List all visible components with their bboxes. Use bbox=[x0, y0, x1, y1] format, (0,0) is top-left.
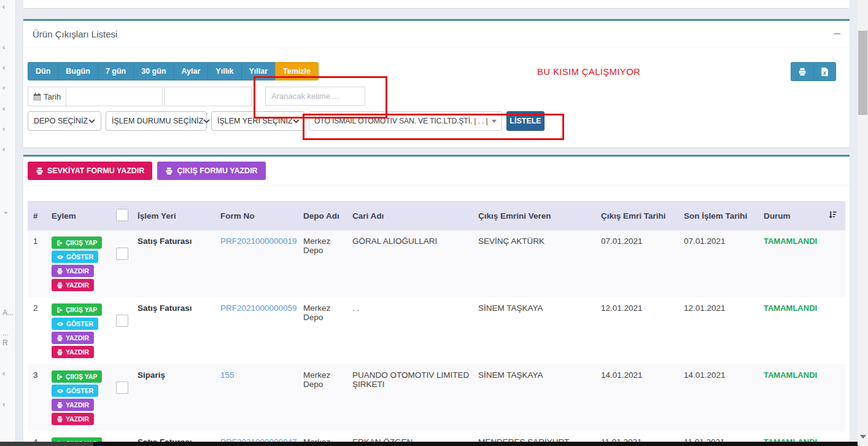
date-addon: Tarih bbox=[28, 87, 66, 106]
cikis-yap-button[interactable]: ÇIKIŞ YAP bbox=[52, 237, 102, 249]
sidebar-chevron-icon[interactable]: ‹ bbox=[2, 145, 5, 153]
sidebar-chevron-icon[interactable]: ‹ bbox=[2, 43, 5, 51]
sidebar-item-label[interactable]: A... bbox=[2, 309, 14, 317]
company-select-value: OTO ISMAIL OTOMOTIV SAN. VE TIC.LTD.ŞTİ.… bbox=[314, 117, 488, 125]
table-header-row: # Eylem İşlem Yeri Form No Depo Adı Cari… bbox=[28, 201, 845, 230]
button-label: ÇIKIŞ FORMU YAZDIR bbox=[177, 166, 257, 175]
date-range-7gun-button[interactable]: 7 gün bbox=[98, 62, 133, 80]
select-arrow-icon bbox=[492, 120, 497, 123]
date-start-input[interactable] bbox=[66, 87, 162, 106]
button-label: GÖSTER bbox=[66, 253, 93, 260]
sidebar-chevron-icon[interactable]: ‹ bbox=[2, 400, 5, 408]
sidebar-chevron-icon[interactable]: ‹ bbox=[2, 125, 5, 133]
print-button[interactable] bbox=[791, 62, 813, 81]
clear-filter-button[interactable]: Temizle bbox=[275, 62, 319, 80]
islem-yeri-select[interactable]: İŞLEM YERİ SEÇİNİZ bbox=[211, 111, 304, 131]
col-header-cikis-emri-tarihi: Çıkış Emri Tarihi bbox=[597, 201, 680, 230]
printer-icon bbox=[56, 349, 63, 356]
sidebar-chevron-icon[interactable]: ‹ bbox=[2, 369, 5, 377]
yazdir-button[interactable]: YAZDIR bbox=[52, 265, 94, 277]
sidebar-chevron-icon[interactable]: ‹ bbox=[2, 84, 5, 92]
son-islem-tarihi-cell: 14.01.2021 bbox=[680, 364, 760, 431]
sevkiyat-formu-yazdir-button[interactable]: SEVKİYAT FORMU YAZDIR bbox=[28, 162, 152, 180]
goster-button[interactable]: GÖSTER bbox=[52, 251, 98, 263]
select-all-checkbox[interactable] bbox=[116, 209, 128, 221]
date-range-dun-button[interactable]: Dün bbox=[28, 62, 58, 80]
row-number: 2 bbox=[28, 297, 48, 364]
chevron-down-icon bbox=[88, 119, 95, 123]
date-addon-label: Tarih bbox=[44, 92, 61, 101]
horizontal-scrollbar-track[interactable] bbox=[0, 442, 93, 446]
form-no-link[interactable]: PRF2021000000019 bbox=[220, 237, 297, 246]
button-label: ÇIKIŞ YAP bbox=[66, 373, 97, 380]
row-checkbox[interactable] bbox=[116, 315, 128, 327]
sort-amount-icon[interactable] bbox=[827, 210, 837, 219]
button-label: SEVKİYAT FORMU YAZDIR bbox=[47, 166, 144, 175]
excel-file-icon bbox=[821, 68, 829, 76]
cikis-emrini-veren-cell: SİNEM TAŞKAYA bbox=[475, 297, 597, 364]
date-end-input[interactable] bbox=[164, 87, 252, 106]
islem-yeri-cell: Satış Faturası bbox=[134, 230, 217, 297]
date-range-yillar-button[interactable]: Yıllar bbox=[241, 62, 276, 80]
cikis-yap-button[interactable]: ÇIKIŞ YAP bbox=[52, 370, 102, 383]
table-row: 1 ÇIKIŞ YAP GÖSTER YAZDIR YAZDIR Satış F… bbox=[28, 230, 845, 297]
sidebar-item-label[interactable]: R bbox=[2, 339, 8, 347]
yazdir-button[interactable]: YAZDIR bbox=[52, 413, 94, 425]
table-row: 2 ÇIKIŞ YAP GÖSTER YAZDIR YAZDIR Satış F… bbox=[28, 297, 845, 364]
yazdir-button[interactable]: YAZDIR bbox=[52, 346, 94, 358]
button-label: YAZDIR bbox=[66, 334, 89, 342]
status-badge: TAMAMLANDI bbox=[760, 297, 818, 364]
date-range-bugun-button[interactable]: Bugün bbox=[58, 62, 98, 80]
scroll-down-arrow-icon[interactable] bbox=[860, 435, 866, 439]
col-header-durum: Durum bbox=[760, 201, 818, 230]
yazdir-button[interactable]: YAZDIR bbox=[52, 399, 94, 411]
app-window: ‹ ‹ ‹ ‹ ‹ ‹ ‹ ⌄ A... ... R ‹ ‹ Ürün Çıkı… bbox=[0, 0, 868, 446]
filter-panel: Ürün Çıkışları Listesi Dün Bugün 7 gün 3… bbox=[23, 19, 850, 147]
button-label: YAZDIR bbox=[66, 281, 89, 289]
listele-button[interactable]: LİSTELE bbox=[506, 111, 544, 131]
cikis-yap-button[interactable]: ÇIKIŞ YAP bbox=[52, 303, 102, 316]
date-range-aylar-button[interactable]: Aylar bbox=[174, 62, 208, 80]
goster-button[interactable]: GÖSTER bbox=[52, 318, 98, 330]
islem-durumu-select[interactable]: İŞLEM DURUMU SEÇİNİZ bbox=[106, 111, 207, 131]
collapse-minus-icon[interactable] bbox=[834, 33, 840, 34]
date-range-yillik-button[interactable]: Yıllık bbox=[207, 62, 241, 80]
export-excel-button[interactable] bbox=[813, 62, 836, 81]
results-panel: SEVKİYAT FORMU YAZDIR ÇIKIŞ FORMU YAZDIR… bbox=[23, 155, 850, 446]
sidebar-chevron-icon[interactable]: ‹ bbox=[2, 63, 5, 71]
form-no-link[interactable]: 155 bbox=[220, 370, 234, 380]
sidebar-chevron-icon[interactable]: ‹ bbox=[2, 2, 5, 10]
col-header-islem-yeri: İşlem Yeri bbox=[134, 201, 217, 230]
yazdir-button[interactable]: YAZDIR bbox=[52, 279, 94, 291]
row-checkbox[interactable] bbox=[116, 248, 128, 260]
vertical-scrollbar-thumb[interactable] bbox=[858, 31, 867, 115]
vertical-scrollbar[interactable] bbox=[858, 0, 868, 446]
sidebar-chevron-down-icon[interactable]: ⌄ bbox=[2, 207, 9, 215]
goster-button[interactable]: GÖSTER bbox=[52, 385, 98, 397]
cikis-emrini-veren-cell: SİNEM TAŞKAYA bbox=[475, 364, 597, 431]
form-no-link[interactable]: PRF2021000000059 bbox=[220, 303, 297, 313]
col-header-son-islem-tarihi: Son İşlem Tarihi bbox=[680, 201, 760, 230]
col-header-cikis-emrini-veren: Çıkış Emrini Veren bbox=[475, 201, 597, 230]
button-label: GÖSTER bbox=[66, 320, 93, 327]
button-label: YAZDIR bbox=[66, 348, 89, 356]
sidebar-item-label[interactable]: ... bbox=[2, 329, 9, 337]
horizontal-scrollbar[interactable] bbox=[0, 442, 858, 446]
table-row: 3 ÇIKIŞ YAP GÖSTER YAZDIR YAZDIR Sipariş… bbox=[28, 364, 845, 431]
cikis-emri-tarihi-cell: 14.01.2021 bbox=[597, 364, 680, 431]
depo-select[interactable]: DEPO SEÇİNİZ bbox=[28, 111, 101, 131]
sidebar-chevron-icon[interactable]: ‹ bbox=[2, 104, 5, 112]
son-islem-tarihi-cell: 12.01.2021 bbox=[680, 297, 760, 364]
cikis-formu-yazdir-button[interactable]: ÇIKIŞ FORMU YAZDIR bbox=[157, 162, 265, 180]
sign-out-icon bbox=[56, 307, 63, 313]
company-select[interactable]: OTO ISMAIL OTOMOTIV SAN. VE TIC.LTD.ŞTİ.… bbox=[309, 111, 502, 131]
cikis-emrini-veren-cell: SEVİNÇ AKTÜRK bbox=[475, 230, 597, 297]
row-checkbox[interactable] bbox=[116, 381, 128, 394]
search-input[interactable] bbox=[265, 87, 365, 106]
yazdir-button[interactable]: YAZDIR bbox=[52, 332, 94, 344]
button-label: YAZDIR bbox=[66, 415, 89, 423]
printer-icon bbox=[798, 68, 807, 76]
button-label: YAZDIR bbox=[66, 267, 89, 275]
previous-panel-edge bbox=[23, 0, 850, 9]
date-range-30gun-button[interactable]: 30 gün bbox=[133, 62, 173, 80]
